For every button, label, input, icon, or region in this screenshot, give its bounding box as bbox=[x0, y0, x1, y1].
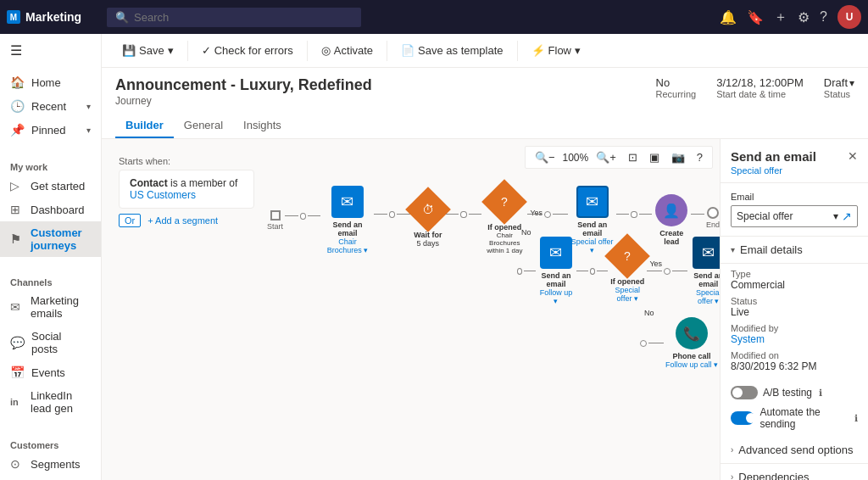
customers-section: Customers ⊙ Segments ≡ Subscription list… bbox=[0, 430, 101, 480]
automate-sending-toggle[interactable] bbox=[731, 411, 754, 425]
phone-call-label: Phone call Follow up call ▾ bbox=[665, 352, 718, 369]
save-template-button[interactable]: 📄 Save as template bbox=[394, 41, 509, 60]
connector-1 bbox=[285, 215, 298, 216]
modified-by-value[interactable]: System bbox=[731, 333, 858, 345]
search-bar[interactable]: 🔍 bbox=[107, 8, 361, 27]
sidebar-item-linkedin[interactable]: in LinkedIn lead gen bbox=[0, 384, 101, 420]
send-email-node-3[interactable]: ✉ Send an email Follow up ▾ bbox=[537, 237, 576, 305]
page-header-top: Announcement - Luxury, Redefined Journey… bbox=[115, 76, 854, 107]
check-errors-button[interactable]: ✓ Check for errors bbox=[195, 41, 300, 60]
channels-title: Channels bbox=[0, 271, 101, 289]
phone-call-node[interactable]: 📞 Phone call Follow up call ▾ bbox=[665, 317, 718, 369]
layout-icon[interactable]: ▣ bbox=[645, 148, 664, 166]
sidebar-item-dashboard[interactable]: ⊞ Dashboard bbox=[0, 198, 101, 221]
connector-dot-4 bbox=[544, 211, 551, 218]
recurring-label: Recurring bbox=[656, 89, 697, 99]
automate-info-icon: ℹ bbox=[854, 413, 858, 424]
end-shape bbox=[707, 207, 719, 219]
home-icon: 🏠 bbox=[10, 75, 25, 89]
help-icon[interactable]: ? bbox=[820, 9, 827, 25]
segment-link[interactable]: US Customers bbox=[130, 189, 196, 201]
send-email-node-1[interactable]: ✉ Send an email Chair Brochures ▾ bbox=[322, 186, 372, 254]
sidebar-item-customer-journeys[interactable]: ⚑ Customer journeys bbox=[0, 221, 101, 257]
sidebar-top-section: 🏠 Home 🕒 Recent ▾ 📌 Pinned ▾ bbox=[0, 67, 101, 145]
settings-icon[interactable]: ⚙ bbox=[798, 9, 810, 25]
activate-button[interactable]: ◎ Activate bbox=[314, 41, 380, 60]
brand-icon: M bbox=[7, 10, 20, 24]
toolbar-divider-1 bbox=[187, 41, 188, 61]
email-details-header[interactable]: ▾ Email details bbox=[731, 243, 858, 256]
sidebar-item-subscription-list[interactable]: ≡ Subscription list bbox=[0, 476, 101, 480]
email-link-icon[interactable]: ↗ bbox=[842, 209, 852, 223]
chevron-down-icon: ▾ bbox=[86, 126, 91, 135]
connector-12 bbox=[524, 271, 535, 271]
modified-by-row: Modified by System bbox=[731, 323, 858, 345]
search-input[interactable] bbox=[134, 11, 353, 24]
sidebar-item-marketing-emails-label: Marketing emails bbox=[31, 294, 91, 320]
sidebar-item-home[interactable]: 🏠 Home bbox=[0, 70, 101, 94]
avatar[interactable]: U bbox=[837, 5, 861, 29]
save-button[interactable]: 💾 Save ▾ bbox=[115, 41, 181, 60]
email-details-collapsible[interactable]: ▾ Email details bbox=[721, 237, 868, 264]
wait-for-node[interactable]: ⏱ Wait for 5 days bbox=[412, 193, 444, 248]
zoom-out-icon[interactable]: 🔍− bbox=[531, 148, 559, 166]
canvas-toolbar: 🔍− 100% 🔍+ ⊡ ▣ 📷 ? bbox=[525, 146, 713, 169]
notify-icon[interactable]: 🔔 bbox=[720, 9, 737, 25]
fit-icon[interactable]: ⊡ bbox=[624, 148, 642, 166]
advanced-send-options-label: Advanced send options bbox=[738, 444, 853, 456]
toolbar-divider-2 bbox=[307, 41, 308, 61]
tab-insights[interactable]: Insights bbox=[233, 114, 292, 138]
connector-7 bbox=[527, 214, 542, 215]
or-button[interactable]: Or bbox=[119, 214, 141, 227]
brand-label: Marketing bbox=[25, 10, 81, 24]
connector-dot-8 bbox=[664, 268, 670, 275]
help-canvas-icon[interactable]: ? bbox=[693, 148, 707, 166]
sidebar-item-pinned[interactable]: 📌 Pinned ▾ bbox=[0, 118, 101, 142]
add-segment-button[interactable]: + Add a segment bbox=[147, 215, 218, 226]
zoom-in-icon[interactable]: 🔍+ bbox=[592, 148, 620, 166]
connector-16 bbox=[672, 271, 687, 271]
status-dropdown[interactable]: Draft ▾ bbox=[824, 76, 854, 89]
add-icon[interactable]: ＋ bbox=[774, 8, 787, 26]
connector-15 bbox=[647, 271, 662, 271]
sidebar-item-get-started[interactable]: ▷ Get started bbox=[0, 174, 101, 198]
ab-testing-info-icon: ℹ bbox=[819, 388, 822, 399]
ab-testing-toggle[interactable] bbox=[731, 386, 758, 399]
connector-dot-7 bbox=[590, 268, 595, 275]
canvas: 🔍− 100% 🔍+ ⊡ ▣ 📷 ? Starts when: Contact … bbox=[102, 139, 720, 480]
if-opened-node-2[interactable]: ? If opened Special offer ▾ bbox=[609, 240, 645, 303]
status-chevron-icon: ▾ bbox=[849, 77, 854, 89]
screenshot-icon[interactable]: 📷 bbox=[667, 148, 689, 166]
flow-button[interactable]: ⚡ Flow ▾ bbox=[525, 41, 587, 60]
sidebar: ☰ 🏠 Home 🕒 Recent ▾ 📌 Pinned ▾ My work ▷ bbox=[0, 34, 102, 480]
top-nav-actions: 🔔 🔖 ＋ ⚙ ? U bbox=[720, 5, 861, 29]
events-icon: 📅 bbox=[10, 366, 25, 379]
hamburger-icon[interactable]: ☰ bbox=[0, 34, 101, 67]
tab-builder[interactable]: Builder bbox=[115, 114, 174, 138]
send-email-node-4[interactable]: ✉ Send an email Special offer ▾ bbox=[689, 237, 720, 305]
wait-for-label: Wait for 5 days bbox=[414, 231, 442, 248]
email-select[interactable]: Special offer ▾ ↗ bbox=[731, 205, 858, 227]
status-meta[interactable]: Draft ▾ Status bbox=[824, 76, 854, 99]
sidebar-item-segments[interactable]: ⊙ Segments bbox=[0, 452, 101, 476]
bookmark-icon[interactable]: 🔖 bbox=[747, 9, 764, 25]
sidebar-item-social-posts[interactable]: 💬 Social posts bbox=[0, 325, 101, 360]
ab-testing-row: A/B testing ℹ bbox=[721, 382, 868, 403]
yes-path-2: Yes bbox=[645, 268, 689, 275]
flow-row-3: No 📞 Phone call Follow up call ▾ bbox=[640, 317, 718, 369]
close-icon[interactable]: ✕ bbox=[848, 149, 858, 163]
starts-when-or: Or + Add a segment bbox=[119, 214, 254, 227]
sidebar-item-recent[interactable]: 🕒 Recent ▾ bbox=[0, 94, 101, 118]
advanced-send-options[interactable]: › Advanced send options bbox=[721, 437, 868, 464]
sidebar-item-customer-journeys-label: Customer journeys bbox=[31, 226, 91, 252]
panel-header: Send an email Special offer ✕ bbox=[721, 139, 868, 183]
sidebar-item-events[interactable]: 📅 Events bbox=[0, 360, 101, 384]
dependencies[interactable]: › Dependencies bbox=[721, 464, 868, 480]
status-row: Status Live bbox=[731, 296, 858, 318]
tabs: Builder General Insights bbox=[115, 114, 854, 138]
sidebar-item-pinned-label: Pinned bbox=[31, 124, 65, 137]
sidebar-item-marketing-emails[interactable]: ✉ Marketing emails bbox=[0, 289, 101, 325]
email-dropdown-icon[interactable]: ▾ bbox=[833, 210, 838, 222]
tab-general[interactable]: General bbox=[174, 114, 233, 138]
page-title: Announcement - Luxury, Redefined bbox=[115, 76, 372, 94]
